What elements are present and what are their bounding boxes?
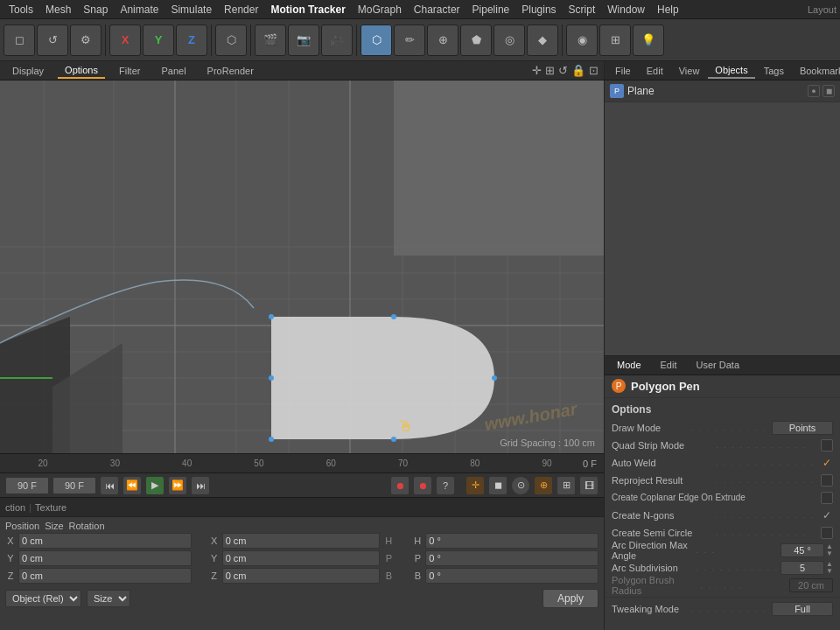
menu-character[interactable]: Character <box>409 2 466 18</box>
btn-record3[interactable]: ⊕ <box>534 476 553 495</box>
tool-render[interactable]: 💡 <box>633 24 664 56</box>
btn-autokey[interactable]: ⊙ <box>511 476 530 495</box>
tool-render-region[interactable]: ⊞ <box>599 24 631 56</box>
menu-render[interactable]: Render <box>219 2 263 18</box>
prop-quad-strip-checkbox[interactable] <box>821 439 833 452</box>
menu-animate[interactable]: Animate <box>115 2 164 18</box>
tool-camera[interactable]: 🎬 <box>255 24 286 56</box>
btn-next-frame[interactable]: ⏩ <box>168 476 187 495</box>
btn-play[interactable]: ▶ <box>145 476 164 495</box>
btn-keyframe[interactable]: ◼ <box>488 476 508 495</box>
3d-viewport[interactable]: 🖱 Grid Spacing : 100 cm www.honar <box>0 80 604 453</box>
pos-header-row: Position Size Rotation <box>5 521 598 531</box>
menu-script[interactable]: Script <box>564 2 601 18</box>
prop-tweaking-value[interactable]: Full <box>772 602 833 616</box>
btn-record2[interactable]: ⏺ <box>413 476 432 495</box>
menu-simulate[interactable]: Simulate <box>165 2 217 18</box>
btn-prev-frame[interactable]: ⏪ <box>122 476 142 495</box>
pos-y-input[interactable] <box>18 550 192 566</box>
tool-render-preview[interactable]: ◉ <box>566 24 598 56</box>
right-tab-view[interactable]: View <box>672 64 707 78</box>
btn-to-end[interactable]: ⏭ <box>191 476 210 495</box>
menu-snap[interactable]: Snap <box>78 2 113 18</box>
tab-prorender[interactable]: ProRender <box>200 64 261 78</box>
prop-reproject-checkbox[interactable] <box>821 474 833 486</box>
pos-z-input[interactable] <box>18 568 192 584</box>
lock-h[interactable]: H <box>382 535 395 547</box>
tool-cam2[interactable]: 📷 <box>288 24 319 56</box>
tool-paint[interactable]: ✏ <box>394 24 425 56</box>
tool-axis-x[interactable]: X <box>109 24 141 56</box>
view-icon-refresh[interactable]: ↺ <box>558 64 568 77</box>
tool-new[interactable]: ◻ <box>4 24 35 56</box>
coord-system-dropdown[interactable]: Object (Rel) World <box>5 590 81 607</box>
menu-plugins[interactable]: Plugins <box>516 2 561 18</box>
size-dropdown[interactable]: Size <box>87 590 130 607</box>
tool-cube[interactable]: ⬡ <box>360 24 392 56</box>
tool-cam3[interactable]: 🎥 <box>321 24 353 56</box>
tool-axis-z[interactable]: Z <box>176 24 207 56</box>
props-tab-mode[interactable]: Mode <box>610 358 648 372</box>
view-icon-grid[interactable]: ⊞ <box>545 64 555 77</box>
size-y-input[interactable] <box>222 550 381 566</box>
tool-polygon[interactable]: ⬟ <box>460 24 492 56</box>
view-icon-expand[interactable]: ⊡ <box>589 64 598 77</box>
prop-arc-direction-input[interactable] <box>780 543 824 557</box>
tool-undo[interactable]: ↺ <box>37 24 68 56</box>
apply-button[interactable]: Apply <box>542 589 598 608</box>
prop-draw-mode-value[interactable]: Points <box>772 421 833 435</box>
prop-semi-circle-checkbox[interactable] <box>821 527 833 539</box>
menu-window[interactable]: Window <box>602 2 650 18</box>
pos-col-x-rot: H <box>412 533 598 549</box>
right-tab-bookmarks[interactable]: Bookmarks <box>793 64 840 78</box>
pos-x-rot-row: H <box>412 533 598 549</box>
prop-arc-subdivision-input[interactable] <box>780 561 824 575</box>
prop-coplanar-checkbox[interactable] <box>821 492 833 504</box>
tab-panel[interactable]: Panel <box>154 64 192 78</box>
menu-tools[interactable]: Tools <box>4 2 38 18</box>
tool-edge[interactable]: ◎ <box>494 24 525 56</box>
size-z-input[interactable] <box>222 568 381 584</box>
lock-p[interactable]: P <box>382 552 395 564</box>
btn-snap[interactable]: ✛ <box>466 476 485 495</box>
btn-help[interactable]: ? <box>436 476 455 495</box>
rot-z-input[interactable] <box>425 568 598 584</box>
tool-settings[interactable]: ⚙ <box>70 24 102 56</box>
lock-b[interactable]: B <box>382 570 395 582</box>
btn-film[interactable]: 🎞 <box>579 476 598 495</box>
view-icon-cross[interactable]: ✛ <box>532 64 542 77</box>
tab-options[interactable]: Options <box>58 63 105 79</box>
tool-axis-y[interactable]: Y <box>143 24 174 56</box>
props-tab-edit[interactable]: Edit <box>654 358 684 372</box>
btn-grid[interactable]: ⊞ <box>556 476 576 495</box>
btn-to-start[interactable]: ⏮ <box>100 476 119 495</box>
btn-record[interactable]: ⏺ <box>390 476 410 495</box>
prop-auto-weld-checkbox[interactable]: ✓ <box>821 457 833 469</box>
menu-pipeline[interactable]: Pipeline <box>467 2 515 18</box>
right-tab-tags[interactable]: Tags <box>757 64 791 78</box>
arc-subdivision-down[interactable]: ▼ <box>826 568 833 575</box>
frame-end-input[interactable] <box>52 477 96 494</box>
rot-x-input[interactable] <box>425 533 598 549</box>
view-icon-lock[interactable]: 🔒 <box>571 64 585 77</box>
props-tab-userdata[interactable]: User Data <box>690 358 747 372</box>
prop-ngons-checkbox[interactable]: ✓ <box>821 509 833 522</box>
menu-motion-tracker[interactable]: Motion Tracker <box>265 2 350 18</box>
menu-help[interactable]: Help <box>652 2 684 18</box>
tool-vertex[interactable]: ◆ <box>527 24 558 56</box>
frame-start-input[interactable] <box>5 477 49 494</box>
right-tab-edit[interactable]: Edit <box>640 64 670 78</box>
right-tab-file[interactable]: File <box>608 64 638 78</box>
arc-direction-down[interactable]: ▼ <box>826 550 833 557</box>
pos-x-input[interactable] <box>18 533 192 549</box>
tool-move[interactable]: ⬡ <box>215 24 247 56</box>
tab-display[interactable]: Display <box>5 64 51 78</box>
menu-mograph[interactable]: MoGraph <box>353 2 407 18</box>
rot-y-input[interactable] <box>425 550 598 566</box>
size-x-input[interactable] <box>222 533 381 549</box>
menu-mesh[interactable]: Mesh <box>40 2 76 18</box>
right-tab-objects[interactable]: Objects <box>708 63 754 79</box>
prop-reproject: Reproject Result . . . . . . . . . . . .… <box>605 472 840 489</box>
tab-filter[interactable]: Filter <box>112 64 147 78</box>
tool-select[interactable]: ⊕ <box>427 24 458 56</box>
